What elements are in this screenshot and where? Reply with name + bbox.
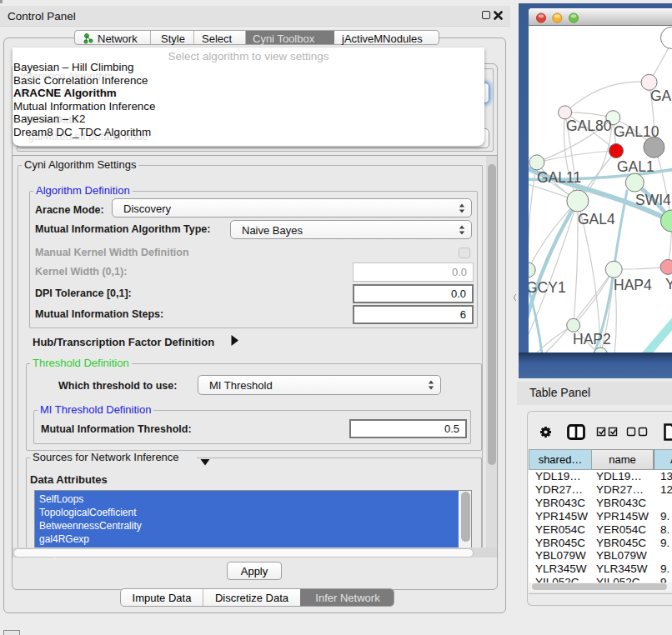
svg-text:SWI4: SWI4 <box>635 192 671 208</box>
svg-text:GCY1: GCY1 <box>529 279 566 296</box>
svg-text:GAL7: GAL7 <box>650 88 672 104</box>
svg-text:GAL4: GAL4 <box>578 211 615 228</box>
svg-text:Y: Y <box>665 276 672 292</box>
svg-text:HAP2: HAP2 <box>573 331 611 348</box>
svg-text:GAL11: GAL11 <box>537 169 581 186</box>
svg-text:GAL1: GAL1 <box>617 158 654 175</box>
svg-text:GAL80: GAL80 <box>566 118 612 134</box>
svg-text:HAP4: HAP4 <box>614 277 652 293</box>
svg-text:GAL10: GAL10 <box>614 123 659 140</box>
